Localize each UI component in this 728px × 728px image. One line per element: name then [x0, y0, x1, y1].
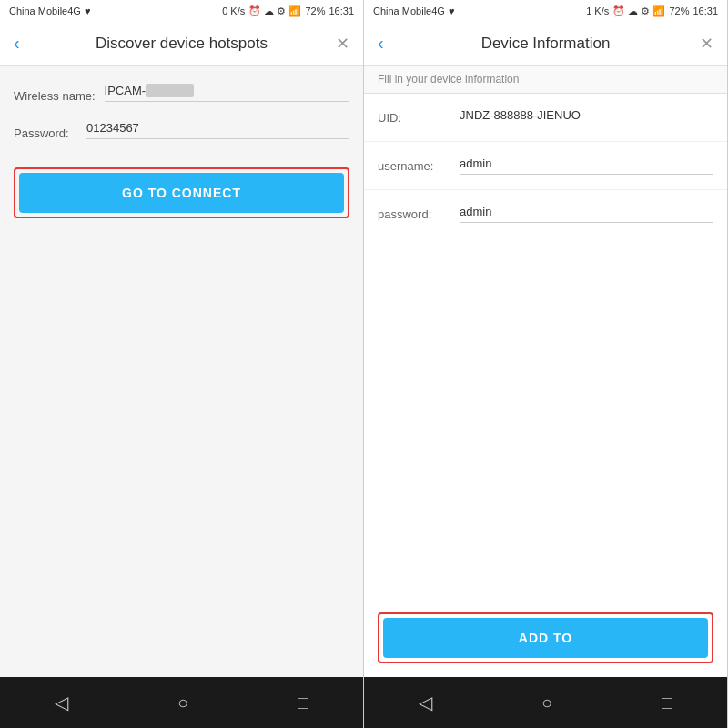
- right-status-bar: China Mobile4G ♥ 1 K/s ⏰ ☁ ⚙ 📶 72% 16:31: [364, 0, 727, 22]
- right-close-button[interactable]: ✕: [686, 34, 713, 54]
- left-content: Wireless name: IPCAM-■■■■■ Password: 012…: [0, 66, 363, 677]
- add-button-area: ADD TO: [364, 372, 727, 678]
- left-screen-title: Discover device hotspots: [41, 35, 322, 53]
- add-to-button[interactable]: ADD TO: [383, 618, 708, 658]
- right-back-button[interactable]: ‹: [378, 33, 405, 54]
- left-icons: ⏰ ☁ ⚙ 📶: [248, 5, 301, 17]
- right-home-nav-icon[interactable]: ○: [541, 693, 552, 713]
- right-back-nav-icon[interactable]: ◁: [419, 692, 432, 713]
- left-speed: 0 K/s: [222, 5, 245, 16]
- left-carrier: China Mobile4G: [9, 5, 81, 16]
- wireless-blurred: ■■■■■: [146, 84, 194, 97]
- right-screen: China Mobile4G ♥ 1 K/s ⏰ ☁ ⚙ 📶 72% 16:31…: [364, 0, 728, 728]
- username-label: username:: [378, 159, 450, 173]
- left-back-button[interactable]: ‹: [14, 33, 41, 54]
- wireless-value: IPCAM-■■■■■: [105, 84, 349, 102]
- right-screen-title: Device Information: [405, 35, 686, 53]
- wireless-name-row: Wireless name: IPCAM-■■■■■: [14, 84, 349, 103]
- right-icons: ⏰ ☁ ⚙ 📶: [612, 5, 665, 17]
- right-speed: 1 K/s: [586, 5, 609, 16]
- right-battery: 72%: [669, 5, 689, 16]
- right-carrier: China Mobile4G: [373, 5, 445, 16]
- left-heart-icon: ♥: [85, 5, 91, 16]
- right-title-bar: ‹ Device Information ✕: [364, 22, 727, 66]
- uid-row: UID: JNDZ-888888-JIENUO: [364, 94, 727, 142]
- left-time: 16:31: [329, 5, 354, 16]
- username-row: username: admin: [364, 142, 727, 190]
- device-password-row: password: admin: [364, 190, 727, 238]
- left-recents-nav-icon[interactable]: □: [298, 693, 308, 713]
- left-screen: China Mobile4G ♥ 0 K/s ⏰ ☁ ⚙ 📶 72% 16:31…: [0, 0, 364, 728]
- connect-button-wrapper: GO TO CONNECT: [14, 167, 349, 218]
- left-back-nav-icon[interactable]: ◁: [55, 692, 68, 713]
- device-password-value: admin: [460, 205, 713, 223]
- uid-value: JNDZ-888888-JIENUO: [460, 108, 713, 126]
- username-value: admin: [460, 157, 713, 175]
- device-password-label: password:: [378, 207, 450, 221]
- left-home-nav-icon[interactable]: ○: [177, 693, 188, 713]
- right-content-wrapper: UID: JNDZ-888888-JIENUO username: admin …: [364, 94, 727, 677]
- uid-label: UID:: [378, 111, 450, 125]
- left-close-button[interactable]: ✕: [322, 34, 349, 54]
- right-time: 16:31: [693, 5, 718, 16]
- add-button-wrapper: ADD TO: [378, 612, 713, 663]
- connect-button[interactable]: GO TO CONNECT: [19, 173, 344, 213]
- left-status-bar: China Mobile4G ♥ 0 K/s ⏰ ☁ ⚙ 📶 72% 16:31: [0, 0, 363, 22]
- right-recents-nav-icon[interactable]: □: [662, 693, 672, 713]
- password-value: 01234567: [86, 121, 349, 139]
- right-subtitle: Fill in your device information: [364, 66, 727, 94]
- left-battery: 72%: [305, 5, 325, 16]
- password-row: Password: 01234567: [14, 121, 349, 140]
- left-bottom-nav: ◁ ○ □: [0, 677, 363, 728]
- password-label: Password:: [14, 121, 77, 140]
- wireless-label: Wireless name:: [14, 84, 96, 103]
- right-heart-icon: ♥: [449, 5, 455, 16]
- left-title-bar: ‹ Discover device hotspots ✕: [0, 22, 363, 66]
- device-info-content: UID: JNDZ-888888-JIENUO username: admin …: [364, 94, 727, 372]
- right-bottom-nav: ◁ ○ □: [364, 677, 727, 728]
